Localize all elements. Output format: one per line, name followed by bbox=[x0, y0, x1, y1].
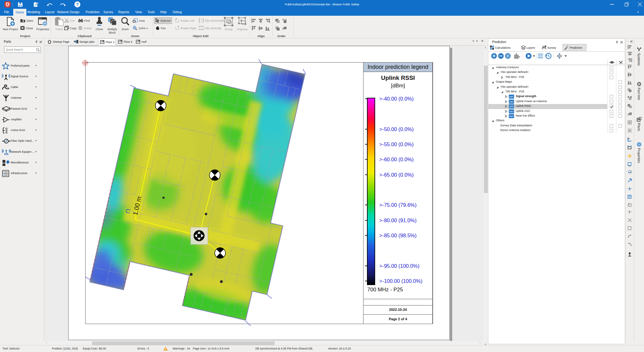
svg-text:FRT: FRT bbox=[509, 115, 514, 118]
svg-text:FRT: FRT bbox=[509, 101, 514, 103]
svg-text:FRT: FRT bbox=[509, 106, 514, 108]
svg-text:FRT: FRT bbox=[509, 110, 514, 113]
svg-text:i: i bbox=[639, 83, 640, 85]
svg-text:FRT: FRT bbox=[509, 96, 514, 98]
